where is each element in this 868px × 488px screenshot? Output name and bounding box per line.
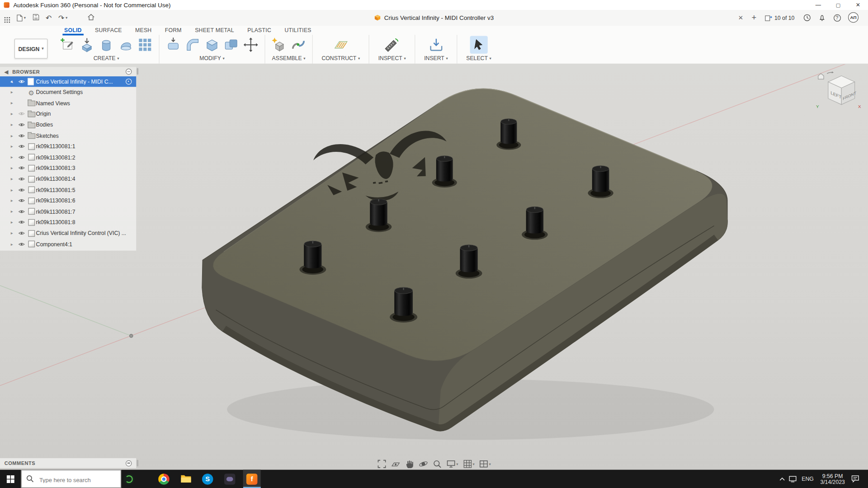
ribbon-tab[interactable]: SOLID [57,25,88,35]
browser-header[interactable]: ◀ BROWSER [0,67,136,76]
browser-item[interactable]: ▸ Origin [0,108,136,119]
ribbon-tab[interactable]: SURFACE [88,25,128,35]
file-explorer-icon[interactable] [177,470,195,488]
visibility-eye-icon[interactable] [16,242,27,247]
expander-icon[interactable]: ▾ [8,79,16,84]
browser-item[interactable]: ▸ Bodies [0,119,136,130]
visibility-eye-icon[interactable] [16,79,27,84]
browser-item[interactable]: ▸ rk09k1130081:3 [0,163,136,174]
combine-icon[interactable] [222,36,240,54]
browser-item[interactable]: ▸ rk09k1130081:5 [0,184,136,195]
ribbon-tab[interactable]: FORM [158,25,188,35]
visibility-eye-icon[interactable] [16,166,27,171]
maximize-button[interactable]: ▢ [828,0,848,10]
notifications-bell-icon[interactable] [817,13,827,23]
expander-icon[interactable]: ▸ [8,166,16,171]
browser-item[interactable]: ▸ Named Views [0,98,136,108]
browser-item[interactable]: ▸ rk09k1130081:6 [0,195,136,206]
file-menu-icon[interactable]: ▾ [17,14,26,21]
display-settings-icon[interactable]: ▾ [446,459,458,469]
select-cursor-icon[interactable] [470,36,487,54]
create-menu[interactable]: CREATE▾ [94,55,119,61]
new-component-icon[interactable] [270,36,288,54]
visibility-eye-icon[interactable] [16,198,27,203]
display-tray-icon[interactable] [787,470,798,488]
move-icon[interactable] [242,36,259,54]
dark-app-icon[interactable] [221,470,239,488]
visibility-eye-icon[interactable] [16,177,27,182]
ribbon-tab[interactable]: PLASTIC [241,25,278,35]
expander-icon[interactable]: ▸ [8,112,16,117]
insert-icon[interactable] [427,36,445,54]
expander-icon[interactable]: ▸ [8,220,16,225]
browser-item[interactable]: ▸ Document Settings [0,87,136,98]
skype-icon[interactable]: S [199,470,217,488]
action-center-icon[interactable] [849,470,861,488]
extrude-icon[interactable] [78,36,96,54]
browser-item[interactable]: ▸ Component4:1 [0,239,136,249]
visibility-eye-icon[interactable] [16,220,27,225]
insert-menu[interactable]: INSERT▾ [424,55,448,61]
help-icon[interactable]: ? [832,13,842,23]
visibility-eye-icon[interactable] [16,209,27,214]
avatar[interactable]: АП [848,12,859,23]
modify-menu[interactable]: MODIFY▾ [199,55,225,61]
visibility-eye-icon[interactable] [16,133,27,138]
workspace-selector[interactable]: DESIGN ▾ [14,39,47,59]
job-status[interactable]: 10 of 10 [764,10,794,25]
taskbar-clock[interactable]: 9:56 PM 3/14/2023 [817,470,848,488]
grid-settings-icon[interactable]: ▾ [462,459,474,469]
measure-icon[interactable] [383,36,401,54]
panel-grip[interactable] [137,68,138,75]
browser-item[interactable]: ▸ rk09k1130081:1 [0,141,136,152]
joint-icon[interactable] [289,36,307,54]
redo-icon[interactable]: ↷▾ [58,14,67,22]
browser-item[interactable]: ▸ Sketches [0,130,136,141]
expander-icon[interactable]: ▸ [8,209,16,214]
home-icon[interactable] [87,13,94,23]
viewcube[interactable]: LEFT FRONT Y X [815,70,862,114]
revolve-icon[interactable] [98,36,115,54]
tray-expand-chevron[interactable] [778,470,786,488]
construct-menu[interactable]: CONSTRUCT▾ [321,55,360,61]
search-input[interactable] [38,470,120,488]
chrome-icon[interactable] [155,470,173,488]
pattern-icon[interactable] [136,36,154,54]
orbit-arrow-icon[interactable] [827,72,832,74]
visibility-eye-icon[interactable] [16,144,27,149]
close-tab-icon[interactable]: ✕ [736,10,745,25]
taskbar-search[interactable] [21,470,122,488]
language-indicator[interactable]: ENG [799,470,816,488]
orbit-icon[interactable] [419,459,428,469]
assemble-menu[interactable]: ASSEMBLE▾ [272,55,306,61]
document-tab[interactable]: Crius Vertical Infinity - MIDI Controlle… [374,10,494,25]
browser-item[interactable]: ▸ rk09k1130081:2 [0,152,136,163]
visibility-eye-icon[interactable] [16,112,27,117]
minimize-panel-icon[interactable] [126,69,132,75]
collapse-panel-icon[interactable]: ◀ [5,69,9,74]
visibility-eye-icon[interactable] [16,231,27,236]
create-sketch-icon[interactable] [59,36,76,54]
browser-item[interactable]: ▸ Crius Vertical Infinity Control (VIC) … [0,228,136,239]
pan-icon[interactable] [405,459,414,469]
inspect-menu[interactable]: INSPECT▾ [378,55,406,61]
midi-controller-model[interactable] [202,89,727,431]
activate-component-icon[interactable] [126,79,132,84]
fusion-360-icon[interactable]: f [243,470,261,488]
loft-icon[interactable] [117,36,134,54]
panel-grip[interactable] [137,460,138,467]
expander-icon[interactable]: ▸ [8,188,16,192]
close-button[interactable]: ✕ [848,0,868,10]
viewcube-cube[interactable]: LEFT FRONT [828,76,856,105]
new-tab-icon[interactable]: + [750,10,759,25]
viewport-3d[interactable]: ◀ BROWSER ▾ Crius Vertical Infinity - MI… [0,64,868,470]
fillet-icon[interactable] [184,36,202,54]
zoom-icon[interactable] [433,459,442,469]
expander-icon[interactable]: ▸ [8,144,16,149]
comments-panel[interactable]: COMMENTS [0,458,136,468]
save-icon[interactable] [33,13,39,23]
green-app-icon[interactable] [120,470,138,488]
visibility-eye-icon[interactable] [16,188,27,192]
expander-icon[interactable]: ▸ [8,231,16,236]
start-button[interactable] [0,470,21,488]
